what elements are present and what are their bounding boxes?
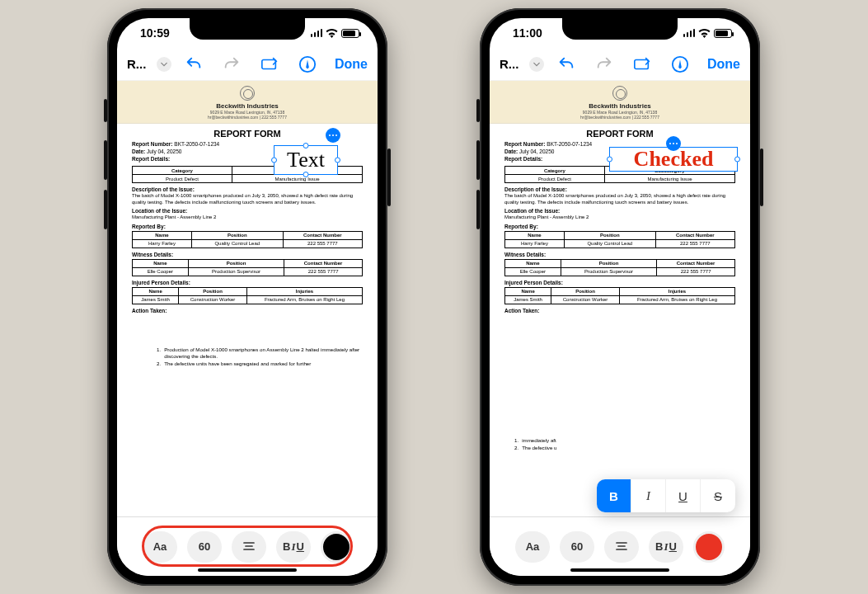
annotation-more-button[interactable]	[666, 136, 681, 151]
nav-dropdown-button[interactable]	[157, 57, 171, 72]
phone-right: 11:00 R... Done Beckwith Industries 9	[480, 8, 760, 586]
strikethrough-button[interactable]: S	[701, 479, 735, 512]
style-button[interactable]: BIU	[649, 531, 683, 563]
color-button[interactable]	[693, 531, 725, 563]
list-partial: 1.immediately aft 2.The defective u	[504, 436, 556, 452]
pen-tool-button[interactable]	[671, 55, 689, 73]
nav-title: R...	[500, 57, 519, 71]
company-name: Beckwith Industries	[117, 102, 378, 110]
nav-dropdown-button[interactable]	[529, 57, 544, 72]
home-indicator[interactable]	[198, 568, 297, 572]
notch	[562, 18, 678, 40]
injury-table: NamePositionInjuries James SmithConstruc…	[132, 287, 363, 304]
undo-button[interactable]	[557, 55, 575, 73]
reporter-table: NamePositionContact Number Harry FarleyQ…	[132, 231, 363, 248]
bold-button[interactable]: B	[597, 479, 631, 512]
style-popup: B I U S	[597, 479, 735, 512]
reporter-table: NamePositionContact Number Harry FarleyQ…	[504, 231, 735, 248]
signal-icon	[683, 29, 696, 37]
nav-bar: R... Done	[490, 48, 750, 81]
text-toolbar: B I U S Aa 60 BIU	[490, 516, 750, 576]
italic-button[interactable]: I	[631, 479, 666, 512]
style-button[interactable]: BIU	[276, 531, 311, 563]
status-time: 10:59	[140, 26, 170, 40]
text-annotation-box[interactable]: Checked	[609, 147, 738, 172]
text-toolbar: Aa 60 BIU	[117, 516, 378, 576]
signal-icon	[311, 29, 323, 37]
undo-button[interactable]	[185, 55, 203, 73]
done-button[interactable]: Done	[330, 57, 368, 72]
company-contact: hr@beckwithindustries.com | 222 555 7777	[490, 115, 750, 120]
font-button[interactable]: Aa	[515, 531, 550, 563]
company-name: Beckwith Industries	[490, 102, 750, 110]
injury-table: NamePositionInjuries James SmithConstruc…	[504, 287, 735, 304]
redo-button[interactable]	[223, 55, 241, 73]
company-logo	[612, 86, 627, 101]
wifi-icon	[326, 29, 338, 38]
battery-icon	[714, 29, 732, 38]
redo-button[interactable]	[595, 55, 613, 73]
phone-left: 10:59 R... Done Beckwith Industries 9	[107, 8, 387, 586]
markup-tools-button[interactable]	[260, 55, 279, 73]
company-logo	[240, 86, 255, 101]
status-time: 11:00	[513, 26, 542, 40]
nav-bar: R... Done	[117, 48, 378, 81]
annotation-text[interactable]: Text	[287, 148, 325, 172]
align-button[interactable]	[604, 531, 639, 563]
witness-table: NamePositionContact Number Elle CooperPr…	[132, 259, 363, 276]
text-annotation-box[interactable]: Text	[274, 145, 338, 175]
color-button[interactable]	[321, 531, 352, 563]
company-contact: hr@beckwithindustries.com | 222 555 7777	[117, 115, 378, 120]
home-indicator[interactable]	[570, 568, 669, 572]
align-button[interactable]	[232, 531, 266, 563]
document-area[interactable]: Beckwith Industries 9029 E Mace Road Lex…	[117, 81, 378, 516]
witness-table: NamePositionContact Number Elle CooperPr…	[504, 259, 735, 276]
document-area[interactable]: Beckwith Industries 9029 E Mace Road Lex…	[490, 81, 750, 516]
done-button[interactable]: Done	[702, 57, 740, 72]
annotation-more-button[interactable]	[326, 128, 340, 143]
markup-tools-button[interactable]	[633, 55, 651, 73]
size-button[interactable]: 60	[187, 531, 222, 563]
nav-title: R...	[127, 57, 147, 71]
size-button[interactable]: 60	[560, 531, 594, 563]
battery-icon	[341, 29, 359, 38]
form-title: REPORT FORM	[490, 124, 750, 140]
font-button[interactable]: Aa	[143, 531, 177, 563]
notch	[190, 18, 305, 40]
pen-tool-button[interactable]	[298, 55, 317, 73]
underline-button[interactable]: U	[666, 479, 701, 512]
wifi-icon	[698, 29, 711, 38]
